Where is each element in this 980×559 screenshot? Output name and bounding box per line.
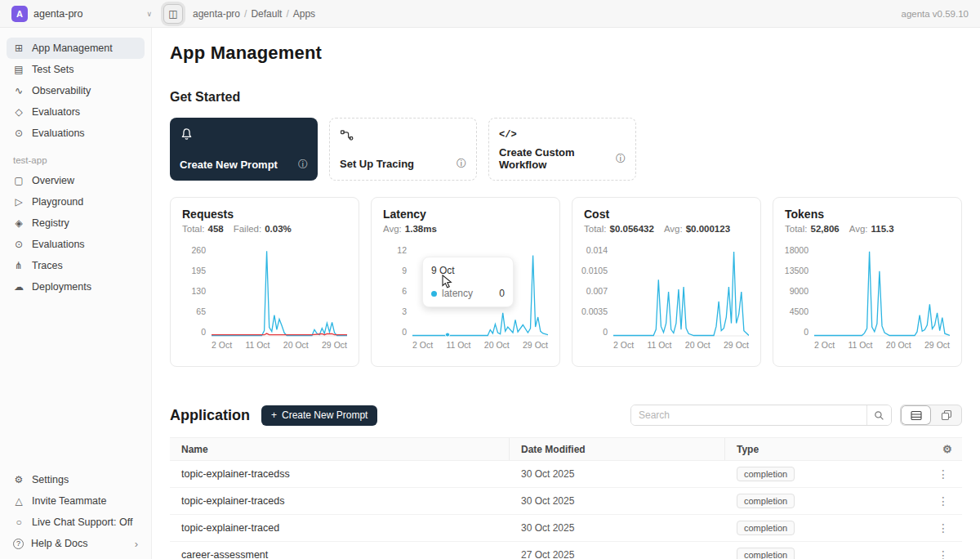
sidebar-item-evaluations[interactable]: ⊙ Evaluations — [7, 123, 145, 144]
code-icon: </> — [499, 129, 517, 141]
sidebar-item-label: Deployments — [32, 281, 91, 293]
y-axis-labels: 0.0140.01050.0070.00350 — [584, 245, 613, 337]
sidebar-item-overview[interactable]: ▢ Overview — [7, 170, 145, 191]
requests-chart[interactable] — [212, 245, 347, 337]
table-view-button[interactable] — [901, 405, 931, 425]
search-bar — [630, 405, 892, 426]
x-axis-labels: 2 Oct11 Oct20 Oct29 Oct — [212, 340, 347, 350]
app-date-modified: 27 Oct 2025 — [510, 549, 725, 559]
applications-table: Name Date Modified Type ⚙ topic-explaine… — [170, 437, 962, 559]
tokens-chart[interactable] — [814, 245, 950, 337]
application-header: Application + Create New Prompt — [170, 405, 962, 426]
sidebar-toggle-button[interactable]: ◫ — [163, 4, 183, 24]
card-view-button[interactable] — [931, 405, 961, 425]
sidebar-item-app-management[interactable]: ⊞ App Management — [7, 38, 145, 59]
workspace-switcher[interactable]: A agenta-pro ∨ — [11, 6, 152, 22]
breadcrumb-separator: / — [286, 8, 288, 20]
cloud-icon: ☁ — [13, 281, 24, 293]
table-row[interactable]: topic-explainer-traced 30 Oct 2025 compl… — [170, 515, 962, 542]
get-started-heading: Get Started — [170, 90, 962, 105]
breadcrumb-project[interactable]: Default — [251, 8, 282, 20]
create-new-prompt-card[interactable]: Create New Prompt ⓘ — [170, 118, 318, 181]
breadcrumb-workspace[interactable]: agenta-pro — [193, 8, 240, 20]
page-title: App Management — [170, 42, 962, 64]
column-header-name[interactable]: Name — [170, 438, 510, 460]
sidebar-item-live-chat-support[interactable]: ○ Live Chat Support: Off — [7, 512, 145, 533]
row-actions-button[interactable]: ⋮ — [931, 521, 962, 534]
sidebar-item-help-docs[interactable]: ? Help & Docs › — [7, 533, 145, 554]
row-actions-button[interactable]: ⋮ — [931, 494, 962, 508]
stat-value: 1.38ms — [405, 224, 437, 234]
registry-icon: ◈ — [13, 217, 24, 229]
type-badge: completion — [737, 467, 795, 481]
cost-metric-card: Cost Total:$0.056432 Avg:$0.000123 0.014… — [572, 197, 761, 367]
sidebar-item-deployments[interactable]: ☁ Deployments — [7, 276, 145, 297]
cost-chart[interactable] — [613, 245, 749, 337]
search-button[interactable] — [866, 405, 891, 425]
traces-icon: ⋔ — [13, 260, 24, 271]
x-axis-labels: 2 Oct11 Oct20 Oct29 Oct — [814, 340, 950, 350]
x-axis-labels: 2 Oct11 Oct20 Oct29 Oct — [613, 340, 749, 350]
chart-line-icon: ∿ — [13, 85, 24, 96]
table-row[interactable]: topic-explainer-tracedss 30 Oct 2025 com… — [170, 461, 962, 488]
info-icon[interactable]: ⓘ — [298, 158, 308, 172]
metric-title: Tokens — [785, 208, 950, 221]
tracing-icon — [340, 128, 354, 142]
tooltip-series: latency — [442, 288, 473, 299]
evaluator-icon: ◇ — [13, 106, 24, 118]
chart-tooltip: 9 Oct latency 0 — [422, 257, 514, 307]
set-up-tracing-card[interactable]: Set Up Tracing ⓘ — [329, 118, 477, 181]
stat-label: Total: — [182, 224, 205, 234]
sidebar-item-label: Test Sets — [32, 64, 74, 75]
stat-value: 52,806 — [811, 224, 840, 234]
sidebar-item-test-sets[interactable]: ▤ Test Sets — [7, 59, 145, 80]
stat-label: Total: — [785, 224, 808, 234]
plus-icon: + — [271, 409, 277, 421]
type-badge: completion — [737, 521, 795, 535]
play-icon: ▷ — [13, 196, 24, 208]
sidebar-item-settings[interactable]: ⚙ Settings — [7, 469, 145, 490]
sidebar-item-registry[interactable]: ◈ Registry — [7, 212, 145, 234]
app-date-modified: 30 Oct 2025 — [510, 495, 725, 507]
series-dot-icon — [431, 291, 437, 297]
table-header-row: Name Date Modified Type ⚙ — [170, 437, 962, 461]
search-icon — [874, 410, 884, 421]
main-content: App Management Get Started Create New Pr… — [152, 28, 980, 559]
sidebar-item-playground[interactable]: ▷ Playground — [7, 191, 145, 212]
sidebar-item-invite-teammate[interactable]: △ Invite Teammate — [7, 490, 145, 512]
info-icon[interactable]: ⓘ — [616, 152, 626, 166]
chevron-right-icon: › — [135, 538, 138, 550]
row-actions-button[interactable]: ⋮ — [931, 548, 962, 559]
ellipsis-icon: ⋮ — [938, 467, 949, 481]
create-custom-workflow-card[interactable]: </> Create Custom Workflow ⓘ — [488, 118, 636, 181]
sidebar-item-traces[interactable]: ⋔ Traces — [7, 255, 145, 276]
sidebar-item-app-evaluations[interactable]: ⊙ Evaluations — [7, 234, 145, 255]
sidebar-item-label: Playground — [32, 196, 83, 208]
table-row[interactable]: topic-explainer-traceds 30 Oct 2025 comp… — [170, 488, 962, 515]
breadcrumb-page[interactable]: Apps — [293, 8, 315, 20]
row-actions-button[interactable]: ⋮ — [931, 467, 962, 481]
card-label: Set Up Tracing — [340, 158, 414, 170]
search-input[interactable] — [631, 405, 866, 425]
topbar: A agenta-pro ∨ ◫ agenta-pro / Default / … — [0, 0, 980, 28]
tokens-metric-card: Tokens Total:52,806 Avg:115.3 1800013500… — [773, 197, 962, 367]
stat-value: 458 — [208, 224, 224, 234]
column-header-type[interactable]: Type — [725, 438, 931, 460]
column-header-date-modified[interactable]: Date Modified — [510, 438, 725, 460]
app-name: topic-explainer-traceds — [170, 495, 510, 507]
stat-label: Avg: — [664, 224, 683, 234]
panel-icon: ◫ — [168, 8, 177, 20]
stat-value: 0.03% — [265, 224, 292, 234]
sidebar-item-evaluators[interactable]: ◇ Evaluators — [7, 101, 145, 123]
app-version: agenta v0.59.10 — [902, 9, 969, 19]
stat-value: $0.000123 — [686, 224, 730, 234]
info-icon[interactable]: ⓘ — [457, 157, 466, 171]
card-label: Create New Prompt — [180, 159, 278, 171]
sidebar-item-observability[interactable]: ∿ Observability — [7, 80, 145, 101]
create-new-prompt-button[interactable]: + Create New Prompt — [261, 405, 377, 426]
table-row[interactable]: career-assessment 27 Oct 2025 completion… — [170, 542, 962, 559]
table-view-icon — [911, 410, 922, 421]
workspace-name: agenta-pro — [33, 8, 140, 20]
app-name: topic-explainer-traced — [170, 522, 510, 534]
table-settings-button[interactable]: ⚙ — [931, 438, 964, 460]
